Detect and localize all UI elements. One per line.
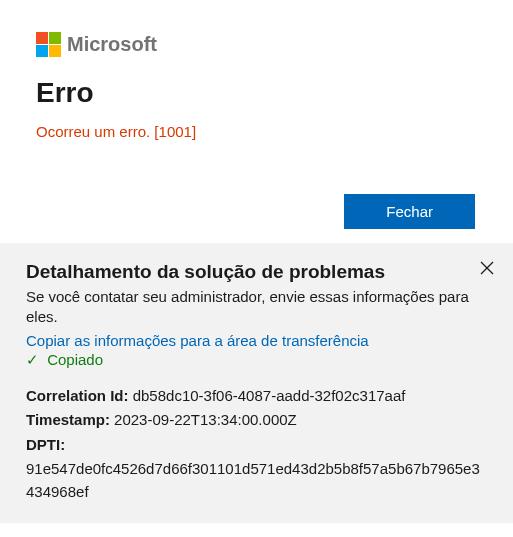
panel-close-button[interactable] <box>477 259 497 279</box>
timestamp-row: Timestamp: 2023-09-22T13:34:00.000Z <box>26 409 487 432</box>
error-message: Ocorreu um erro. [1001] <box>36 123 477 140</box>
correlation-id-label: Correlation Id: <box>26 387 129 404</box>
dpti-value-row: 91e547de0fc4526d7d66f301101d571ed43d2b5b… <box>26 458 487 503</box>
dpti-label: DPTI: <box>26 436 65 453</box>
dpti-value: 91e547de0fc4526d7d66f301101d571ed43d2b5b… <box>26 460 480 500</box>
error-title: Erro <box>36 77 477 109</box>
close-icon <box>479 260 495 276</box>
copy-info-link[interactable]: Copiar as informações para a área de tra… <box>26 332 369 349</box>
troubleshooting-description: Se você contatar seu administrador, envi… <box>26 287 487 328</box>
timestamp-value: 2023-09-22T13:34:00.000Z <box>114 411 297 428</box>
close-button[interactable]: Fechar <box>344 194 475 229</box>
copied-label: Copiado <box>47 351 103 368</box>
timestamp-label: Timestamp: <box>26 411 110 428</box>
microsoft-logo-icon <box>36 32 61 57</box>
troubleshooting-panel: Detalhamento da solução de problemas Se … <box>0 243 513 523</box>
troubleshooting-title: Detalhamento da solução de problemas <box>26 261 487 283</box>
correlation-id-row: Correlation Id: db58dc10-3f06-4087-aadd-… <box>26 385 487 408</box>
microsoft-logo-text: Microsoft <box>67 33 157 56</box>
dpti-row: DPTI: <box>26 434 487 457</box>
copied-status: Copiado <box>26 351 487 369</box>
correlation-id-value: db58dc10-3f06-4087-aadd-32f02c317aaf <box>133 387 406 404</box>
microsoft-logo: Microsoft <box>36 32 477 57</box>
